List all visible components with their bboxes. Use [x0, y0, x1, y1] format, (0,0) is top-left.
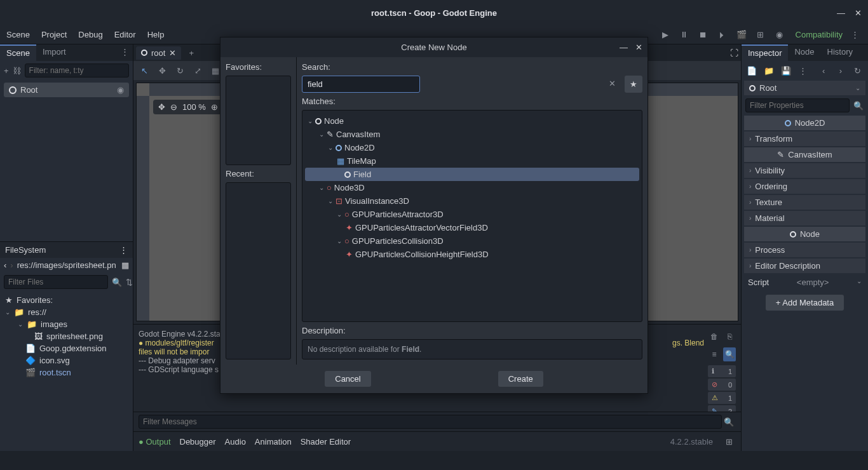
close-icon[interactable]: ✕	[855, 8, 862, 18]
tab-scene[interactable]: Scene	[0, 44, 36, 61]
scene-tab-root[interactable]: root ✕	[136, 46, 181, 60]
scene-root-node[interactable]: Root ◉	[4, 83, 129, 97]
badge-error[interactable]: ⊘0	[708, 379, 736, 391]
create-button[interactable]: Create	[498, 371, 543, 387]
fs-view-icon[interactable]: ▦	[121, 260, 129, 270]
menu-project[interactable]: Project	[41, 30, 67, 39]
badge-info[interactable]: ℹ1	[708, 365, 736, 377]
favorites-list[interactable]	[226, 76, 291, 165]
inspector-filter-input[interactable]	[745, 98, 850, 112]
fs-root-tscn[interactable]: 🎬root.tscn	[5, 366, 128, 379]
cancel-button[interactable]: Cancel	[325, 371, 370, 387]
fs-res-root[interactable]: ⌄📁res://	[5, 306, 128, 318]
more-icon[interactable]: ⋮	[796, 64, 810, 77]
link-icon[interactable]: ⛓	[13, 64, 21, 77]
save-icon[interactable]: 💾	[779, 64, 792, 77]
search-icon[interactable]: 🔍	[722, 415, 736, 429]
play-scene-icon[interactable]: ⏵	[715, 28, 729, 42]
section-material[interactable]: ›Material	[744, 211, 865, 225]
match-canvasitem[interactable]: ⌄✎CanvasItem	[305, 128, 639, 141]
badge-warn[interactable]: ⚠1	[708, 392, 736, 404]
back-icon[interactable]: ‹	[4, 260, 6, 270]
match-visualinstance3d[interactable]: ⌄⊡VisualInstance3D	[305, 194, 639, 208]
collapse-icon[interactable]: ≡	[708, 347, 721, 361]
match-tilemap[interactable]: ▦TileMap	[305, 154, 639, 168]
tab-history[interactable]: History	[821, 44, 859, 61]
expand-icon[interactable]: ⛶	[730, 48, 738, 58]
scale-tool-icon[interactable]: ⤢	[191, 64, 205, 77]
pan-icon[interactable]: ✥	[158, 102, 165, 112]
filter-messages-input[interactable]	[139, 415, 722, 429]
add-tab-icon[interactable]: +	[185, 48, 198, 58]
match-gpucollision-hf[interactable]: ✦GPUParticlesCollisionHeightField3D	[305, 248, 639, 261]
menu-debug[interactable]: Debug	[78, 30, 102, 39]
badge-msg[interactable]: ✎2	[708, 405, 736, 412]
fs-sort-icon[interactable]: ⇅	[126, 275, 133, 289]
tab-output[interactable]: ● Output	[139, 437, 171, 446]
fs-spritesheet[interactable]: 🖼spritesheet.png	[5, 330, 128, 342]
prev-icon[interactable]: ‹	[817, 64, 831, 77]
match-node2d[interactable]: ⌄Node2D	[305, 141, 639, 154]
clear-icon[interactable]: 🗑	[708, 330, 721, 344]
panel-more-icon[interactable]: ⋮	[117, 44, 133, 61]
close-icon[interactable]: ✕	[635, 43, 642, 52]
history-icon[interactable]: ↻	[851, 64, 864, 77]
layout-icon[interactable]: ⊞	[722, 434, 736, 448]
visibility-icon[interactable]: ◉	[117, 85, 124, 95]
fwd-icon[interactable]: ›	[10, 260, 13, 270]
menu-scene[interactable]: Scene	[6, 30, 30, 39]
tab-shader[interactable]: Shader Editor	[301, 437, 351, 446]
tab-import[interactable]: Import	[36, 44, 72, 61]
add-node-icon[interactable]: +	[4, 64, 9, 77]
fs-path-text[interactable]: res://images/spritesheet.pn	[17, 260, 118, 270]
fs-search-icon[interactable]: 🔍	[112, 275, 122, 289]
stop-icon[interactable]: ⏹	[696, 28, 710, 42]
section-canvasitem[interactable]: ✎CanvasItem	[744, 147, 865, 162]
add-metadata-button[interactable]: + Add Metadata	[766, 295, 844, 311]
clear-search-icon[interactable]: ✕	[609, 79, 616, 88]
zoom-in-icon[interactable]: ⊕	[211, 102, 218, 112]
menu-help[interactable]: Help	[147, 30, 165, 39]
movie-icon[interactable]: 🎬	[735, 28, 749, 42]
zoom-out-icon[interactable]: ⊖	[170, 102, 177, 112]
match-gpucollision[interactable]: ⌄○GPUParticlesCollision3D	[305, 234, 639, 248]
new-resource-icon[interactable]: 📄	[745, 64, 759, 77]
fs-images-folder[interactable]: ⌄📁images	[5, 318, 128, 330]
recent-list[interactable]	[226, 182, 291, 359]
tab-debugger[interactable]: Debugger	[180, 437, 216, 446]
section-ordering[interactable]: ›Ordering	[744, 179, 865, 194]
select-tool-icon[interactable]: ↖	[137, 64, 151, 77]
tab-inspector[interactable]: Inspector	[742, 44, 788, 61]
minimize-icon[interactable]: —	[837, 8, 845, 18]
move-tool-icon[interactable]: ✥	[155, 64, 169, 77]
fs-gdextension[interactable]: 📄Goop.gdextension	[5, 342, 128, 354]
search-icon[interactable]: 🔍	[853, 98, 864, 112]
remote-icon[interactable]: ⊞	[754, 28, 768, 42]
fs-favorites[interactable]: ★Favorites:	[5, 294, 128, 306]
menu-editor[interactable]: Editor	[114, 30, 136, 39]
fs-more-icon[interactable]: ⋮	[119, 245, 128, 255]
match-node3d[interactable]: ⌄○Node3D	[305, 181, 639, 194]
match-gpuattractor-vf[interactable]: ✦GPUParticlesAttractorVectorField3D	[305, 221, 639, 234]
favorite-button[interactable]: ★	[625, 76, 642, 93]
section-transform[interactable]: ›Transform	[744, 131, 865, 146]
match-gpuattractor[interactable]: ⌄○GPUParticlesAttractor3D	[305, 208, 639, 221]
section-visibility[interactable]: ›Visibility	[744, 163, 865, 178]
play-icon[interactable]: ▶	[658, 28, 672, 42]
copy-icon[interactable]: ⎘	[723, 330, 736, 344]
section-node2d[interactable]: Node2D	[744, 116, 865, 130]
scene-filter-input[interactable]	[25, 64, 129, 77]
eye-icon[interactable]: ◉	[773, 28, 787, 42]
tab-animation[interactable]: Animation	[255, 437, 292, 446]
section-process[interactable]: ›Process	[744, 243, 865, 257]
pause-icon[interactable]: ⏸	[677, 28, 691, 42]
inspector-root[interactable]: Root ⌄	[744, 81, 865, 95]
next-icon[interactable]: ›	[834, 64, 848, 77]
minimize-icon[interactable]: —	[620, 43, 628, 52]
tab-audio[interactable]: Audio	[225, 437, 246, 446]
zoom-level[interactable]: 100 %	[182, 102, 206, 112]
fs-filter-input[interactable]	[4, 275, 108, 289]
menu-more-icon[interactable]: ⋮	[848, 28, 862, 42]
renderer-label[interactable]: Compatibility	[796, 30, 843, 39]
open-icon[interactable]: 📁	[763, 64, 776, 77]
